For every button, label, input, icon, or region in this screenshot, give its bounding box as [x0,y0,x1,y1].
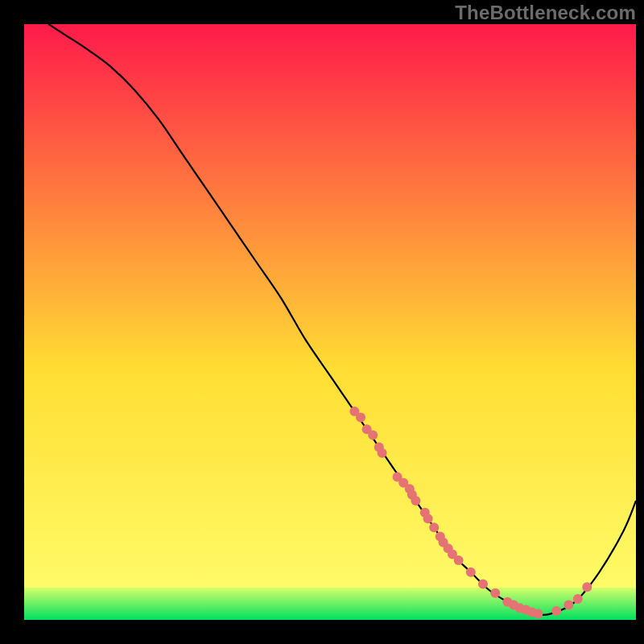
sample-point [411,496,420,506]
sample-point [564,601,573,610]
sample-point [573,594,583,604]
sample-point [582,582,592,592]
chart-svg [0,0,644,644]
sample-point [478,580,488,589]
sample-point [356,412,365,422]
sample-point [533,609,543,619]
chart-container: TheBottleneck.com [0,0,644,644]
watermark-text: TheBottleneck.com [455,2,636,24]
sample-point [490,588,500,598]
gradient-backdrop [24,24,636,620]
sample-point [378,448,387,458]
sample-point [429,522,439,532]
sample-point [551,606,561,616]
sample-point [454,555,464,565]
sample-point [466,568,476,577]
sample-point [368,431,378,440]
sample-point [423,514,433,523]
